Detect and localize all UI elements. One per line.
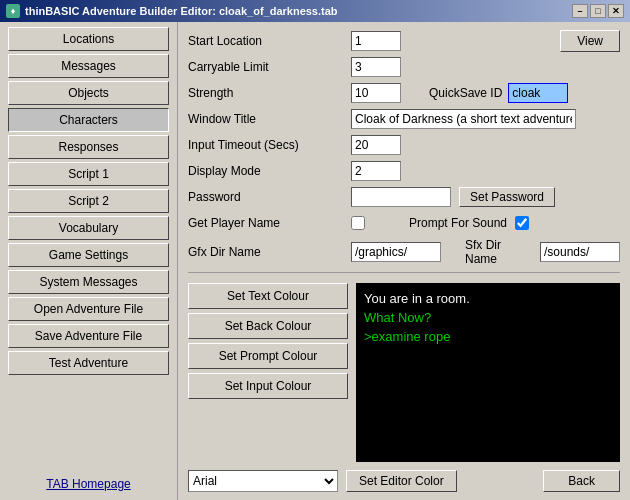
- sidebar-item-system-messages[interactable]: System Messages: [8, 270, 169, 294]
- close-button[interactable]: ✕: [608, 4, 624, 18]
- window-title-row: Window Title: [188, 108, 620, 130]
- sidebar-item-save-adventure[interactable]: Save Adventure File: [8, 324, 169, 348]
- preview-line3: >examine rope: [364, 329, 612, 344]
- tab-homepage-link[interactable]: TAB Homepage: [8, 473, 169, 495]
- content-area: Start Location View Carryable Limit Stre…: [178, 22, 630, 500]
- player-name-row: Get Player Name Prompt For Sound: [188, 212, 620, 234]
- sidebar-item-characters[interactable]: Characters: [8, 108, 169, 132]
- set-input-colour-button[interactable]: Set Input Colour: [188, 373, 348, 399]
- sfx-dir-input[interactable]: [540, 242, 620, 262]
- view-button[interactable]: View: [560, 30, 620, 52]
- bottom-section: Set Text Colour Set Back Colour Set Prom…: [188, 283, 620, 462]
- sidebar-item-responses[interactable]: Responses: [8, 135, 169, 159]
- sidebar: Locations Messages Objects Characters Re…: [0, 22, 178, 500]
- strength-label: Strength: [188, 86, 343, 100]
- window-controls: – □ ✕: [572, 4, 624, 18]
- start-location-label: Start Location: [188, 34, 343, 48]
- get-player-name-label: Get Player Name: [188, 216, 343, 230]
- bottom-controls: Arial Courier New Times New Roman Verdan…: [188, 470, 620, 492]
- set-text-colour-button[interactable]: Set Text Colour: [188, 283, 348, 309]
- sidebar-item-script1[interactable]: Script 1: [8, 162, 169, 186]
- preview-line1: You are in a room.: [364, 291, 612, 306]
- sidebar-item-game-settings[interactable]: Game Settings: [8, 243, 169, 267]
- sidebar-item-test-adventure[interactable]: Test Adventure: [8, 351, 169, 375]
- set-back-colour-button[interactable]: Set Back Colour: [188, 313, 348, 339]
- password-input[interactable]: [351, 187, 451, 207]
- main-container: Locations Messages Objects Characters Re…: [0, 22, 630, 500]
- sidebar-item-objects[interactable]: Objects: [8, 81, 169, 105]
- set-password-button[interactable]: Set Password: [459, 187, 555, 207]
- gfx-dir-label: Gfx Dir Name: [188, 245, 343, 259]
- input-timeout-row: Input Timeout (Secs): [188, 134, 620, 156]
- window-title: thinBASIC Adventure Builder Editor: cloa…: [25, 5, 572, 17]
- strength-input[interactable]: [351, 83, 401, 103]
- sidebar-item-vocabulary[interactable]: Vocabulary: [8, 216, 169, 240]
- sidebar-item-script2[interactable]: Script 2: [8, 189, 169, 213]
- maximize-button[interactable]: □: [590, 4, 606, 18]
- preview-area: You are in a room. What Now? >examine ro…: [356, 283, 620, 462]
- preview-line2: What Now?: [364, 310, 612, 325]
- strength-row: Strength QuickSave ID: [188, 82, 620, 104]
- window-title-input[interactable]: [351, 109, 576, 129]
- display-mode-row: Display Mode: [188, 160, 620, 182]
- sidebar-item-locations[interactable]: Locations: [8, 27, 169, 51]
- sidebar-item-open-adventure[interactable]: Open Adventure File: [8, 297, 169, 321]
- title-bar: ♦ thinBASIC Adventure Builder Editor: cl…: [0, 0, 630, 22]
- window-title-label: Window Title: [188, 112, 343, 126]
- set-editor-color-button[interactable]: Set Editor Color: [346, 470, 457, 492]
- prompt-for-sound-checkbox[interactable]: [515, 216, 529, 230]
- get-player-name-checkbox[interactable]: [351, 216, 365, 230]
- sfx-dir-label: Sfx Dir Name: [465, 238, 532, 266]
- quicksave-group: QuickSave ID: [429, 83, 568, 103]
- quicksave-input[interactable]: [508, 83, 568, 103]
- app-icon: ♦: [6, 4, 20, 18]
- set-prompt-colour-button[interactable]: Set Prompt Colour: [188, 343, 348, 369]
- display-mode-label: Display Mode: [188, 164, 343, 178]
- back-button[interactable]: Back: [543, 470, 620, 492]
- carryable-limit-label: Carryable Limit: [188, 60, 343, 74]
- dir-names-row: Gfx Dir Name Sfx Dir Name: [188, 238, 620, 266]
- gfx-dir-input[interactable]: [351, 242, 441, 262]
- color-buttons-column: Set Text Colour Set Back Colour Set Prom…: [188, 283, 348, 462]
- quicksave-label: QuickSave ID: [429, 86, 502, 100]
- carryable-limit-row: Carryable Limit: [188, 56, 620, 78]
- sidebar-item-messages[interactable]: Messages: [8, 54, 169, 78]
- minimize-button[interactable]: –: [572, 4, 588, 18]
- font-select[interactable]: Arial Courier New Times New Roman Verdan…: [188, 470, 338, 492]
- input-timeout-input[interactable]: [351, 135, 401, 155]
- carryable-limit-input[interactable]: [351, 57, 401, 77]
- display-mode-input[interactable]: [351, 161, 401, 181]
- start-location-input[interactable]: [351, 31, 401, 51]
- password-label: Password: [188, 190, 343, 204]
- prompt-for-sound-label: Prompt For Sound: [409, 216, 507, 230]
- password-row: Password Set Password: [188, 186, 620, 208]
- start-location-row: Start Location View: [188, 30, 620, 52]
- input-timeout-label: Input Timeout (Secs): [188, 138, 343, 152]
